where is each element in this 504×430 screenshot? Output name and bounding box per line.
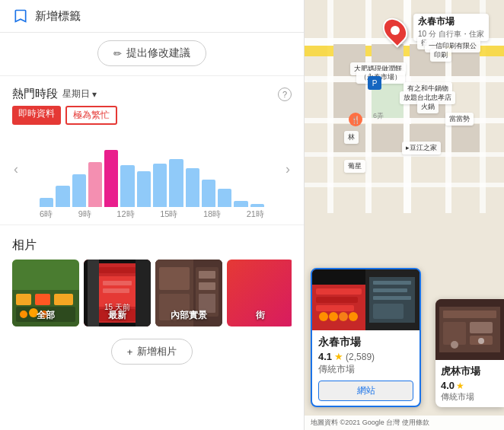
popular-title: 熱門時段: [12, 87, 58, 101]
svg-rect-70: [443, 311, 496, 318]
svg-rect-13: [103, 281, 132, 285]
chart-time-label: 9時: [78, 209, 91, 220]
second-card-type: 傳統市場: [441, 391, 499, 403]
chart-time-label: 12時: [116, 209, 134, 220]
main-card-type: 傳統市場: [318, 363, 413, 376]
chart-bar: [186, 168, 199, 207]
chart-bar: [88, 162, 102, 207]
svg-rect-21: [159, 267, 190, 290]
svg-rect-67: [373, 304, 404, 319]
chart-bar: [153, 164, 167, 207]
svg-rect-50: [451, 124, 480, 152]
marker-pin-inner: [389, 24, 402, 37]
divider-1: [0, 75, 304, 76]
photo-item[interactable]: 街: [227, 260, 292, 326]
photos-title: 相片: [12, 237, 292, 253]
suggest-btn-wrap: ✏ 提出修改建議: [0, 33, 304, 71]
svg-text:6弄: 6弄: [373, 112, 384, 119]
photo-item[interactable]: 內部實景: [155, 260, 222, 326]
chart-bar: [137, 171, 151, 207]
second-card-rating-row: 4.0 ★: [441, 380, 499, 391]
svg-rect-25: [199, 282, 215, 290]
photos-grid: 全部 最新15 天前: [12, 260, 292, 326]
add-photo-button[interactable]: + 新增相片: [111, 339, 193, 365]
edit-icon: ✏: [113, 48, 122, 59]
website-button[interactable]: 網站: [318, 381, 413, 401]
second-card-body: 虎林市場 4.0 ★ 傳統市場: [435, 360, 504, 407]
svg-rect-56: [316, 297, 358, 303]
svg-rect-2: [16, 294, 31, 305]
busy-badge: 極為繁忙: [65, 106, 117, 125]
left-panel: 新增標籤 ✏ 提出修改建議 熱門時段 星期日 ▾ ? 即時資料 極為繁忙 ‹ ›…: [0, 0, 305, 430]
chart-time-label: 6時: [40, 209, 53, 220]
chart-nav-left[interactable]: ‹: [14, 161, 18, 177]
info-icon[interactable]: ?: [278, 88, 292, 101]
svg-rect-35: [365, 0, 372, 213]
photo-sub-label: 15 天前: [84, 302, 151, 313]
chart-bar: [234, 201, 247, 207]
svg-point-74: [451, 341, 458, 349]
second-card-name: 虎林市場: [441, 365, 499, 378]
chevron-down-icon: ▾: [92, 89, 97, 100]
svg-rect-44: [333, 82, 365, 118]
map-attribution-text: 地圖資料 ©2021 Google 台灣 使用條款: [311, 418, 429, 428]
chart-bar: [72, 174, 86, 207]
suggest-edit-button[interactable]: ✏ 提出修改建議: [97, 40, 206, 66]
chart-bars: [40, 146, 264, 207]
svg-rect-72: [470, 322, 493, 333]
day-label: 星期日: [62, 88, 90, 100]
map-panel[interactable]: 6弄 永春市場 10 分 自行車・住家 行 一信印刷有限公 印刷 大肥媽現做潤餅…: [305, 0, 504, 430]
chart-bar: [218, 189, 231, 207]
poi-huoguo: 火鍋: [417, 100, 439, 113]
map-attribution: 地圖資料 ©2021 Google 台灣 使用條款: [305, 416, 504, 430]
svg-rect-66: [373, 296, 411, 300]
second-place-card[interactable]: 虎林市場 4.0 ★ 傳統市場: [435, 299, 504, 407]
map-marker[interactable]: 永春市場 10 分 自行車・住家: [384, 17, 406, 44]
second-card-rating: 4.0: [441, 380, 455, 391]
main-card-image: [312, 269, 419, 330]
photo-item[interactable]: 全部: [12, 260, 79, 326]
chart-bar: [56, 186, 69, 207]
chart-bar: [250, 204, 264, 207]
svg-point-61: [349, 312, 358, 321]
popular-header: 熱門時段 星期日 ▾ ?: [12, 87, 292, 101]
main-place-card[interactable]: 永春市場 4.1 ★ (2,589) 傳統市場 網站: [311, 268, 421, 407]
bookmark-icon: [12, 8, 29, 24]
svg-rect-4: [54, 294, 73, 305]
star-icon: ★: [334, 351, 343, 362]
photo-tab-label: 內部實景: [155, 309, 222, 322]
second-star-icon: ★: [456, 381, 464, 391]
poi-yixin2: 印刷: [430, 49, 451, 62]
poi-dangdang: 當當勢: [445, 113, 474, 126]
day-select-dropdown[interactable]: 星期日 ▾: [62, 88, 97, 100]
add-photo-label: 新增相片: [137, 345, 177, 358]
restaurant-icon: 🍴: [349, 113, 362, 126]
chart-time-label: 18時: [203, 209, 221, 220]
svg-point-58: [319, 312, 328, 321]
chart-nav-right[interactable]: ›: [285, 161, 290, 177]
svg-rect-3: [35, 294, 50, 305]
svg-rect-57: [316, 305, 354, 311]
poi-blue-icon: P: [368, 76, 381, 90]
main-card-rating-row: 4.1 ★ (2,589): [318, 351, 413, 362]
main-card-name: 永春市場: [318, 336, 413, 349]
chart-time-label: 21時: [247, 209, 264, 220]
poi-doudou: ▸豆江之家: [402, 142, 441, 154]
chart-bar: [202, 180, 215, 207]
svg-rect-14: [103, 288, 129, 293]
marker-name: 永春市場: [418, 16, 455, 27]
svg-rect-48: [372, 124, 404, 152]
add-label-bar[interactable]: 新增標籤: [0, 0, 304, 33]
svg-rect-11: [99, 267, 136, 273]
photo-tab-label: 街: [227, 309, 292, 322]
photo-item[interactable]: 最新15 天前: [84, 260, 151, 326]
divider-2: [0, 225, 304, 225]
chart-time-label: 15時: [160, 209, 177, 220]
svg-point-59: [329, 312, 338, 321]
badges-row: 即時資料 極為繁忙: [12, 106, 292, 125]
svg-rect-65: [373, 288, 407, 292]
realtime-badge: 即時資料: [12, 106, 61, 125]
main-card-rating: 4.1: [318, 351, 332, 362]
chart-bar: [104, 150, 118, 207]
main-card-reviews: (2,589): [346, 352, 375, 362]
